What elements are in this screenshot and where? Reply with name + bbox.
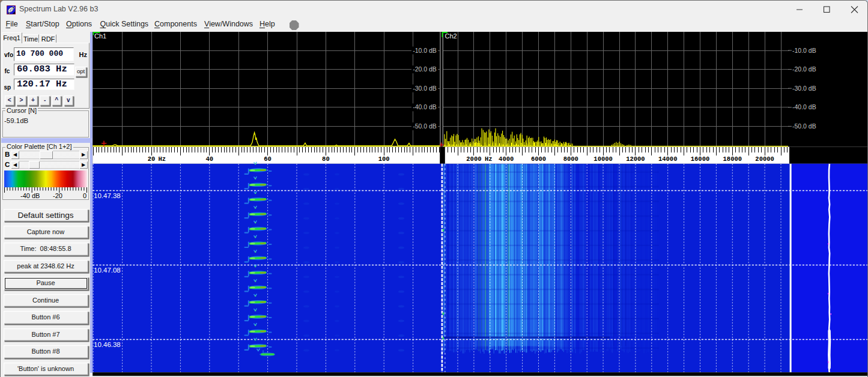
svg-text:2000: 2000 (466, 155, 481, 163)
svg-text:Ch1: Ch1 (94, 32, 106, 40)
svg-text:20000: 20000 (755, 155, 774, 163)
svg-text:-30.0 dB: -30.0 dB (792, 85, 816, 92)
svg-text:-40.0 dB: -40.0 dB (413, 103, 437, 110)
svg-text:10.47.38: 10.47.38 (94, 192, 121, 199)
svg-text:10000: 10000 (593, 155, 613, 163)
svg-text:-30.0 dB: -30.0 dB (413, 85, 437, 92)
svg-text:18000: 18000 (723, 155, 742, 163)
svg-text:-20.0 dB: -20.0 dB (413, 65, 437, 73)
svg-text:-10.0 dB: -10.0 dB (413, 47, 437, 54)
svg-text:10.47.08: 10.47.08 (94, 267, 121, 274)
svg-text:Hz: Hz (485, 155, 493, 163)
svg-text:8000: 8000 (563, 155, 578, 163)
svg-text:-40.0 dB: -40.0 dB (792, 103, 816, 110)
svg-text:60: 60 (264, 155, 272, 163)
svg-text:80: 80 (322, 155, 330, 163)
svg-text:-20.0 dB: -20.0 dB (792, 65, 816, 73)
svg-text:12000: 12000 (626, 155, 645, 163)
svg-text:6000: 6000 (531, 155, 546, 163)
svg-text:20: 20 (148, 155, 156, 163)
svg-text:-50.0 dB: -50.0 dB (792, 122, 816, 130)
svg-text:-50.0 dB: -50.0 dB (413, 122, 437, 130)
svg-text:10.46.38: 10.46.38 (94, 341, 121, 348)
svg-text:Ch2: Ch2 (445, 32, 457, 40)
svg-text:Hz: Hz (159, 155, 166, 163)
svg-text:4000: 4000 (499, 155, 514, 163)
svg-text:40: 40 (205, 155, 213, 163)
svg-text:16000: 16000 (691, 155, 710, 163)
svg-text:14000: 14000 (658, 155, 678, 163)
svg-text:100: 100 (378, 155, 390, 163)
svg-text:-10.0 dB: -10.0 dB (792, 47, 816, 54)
